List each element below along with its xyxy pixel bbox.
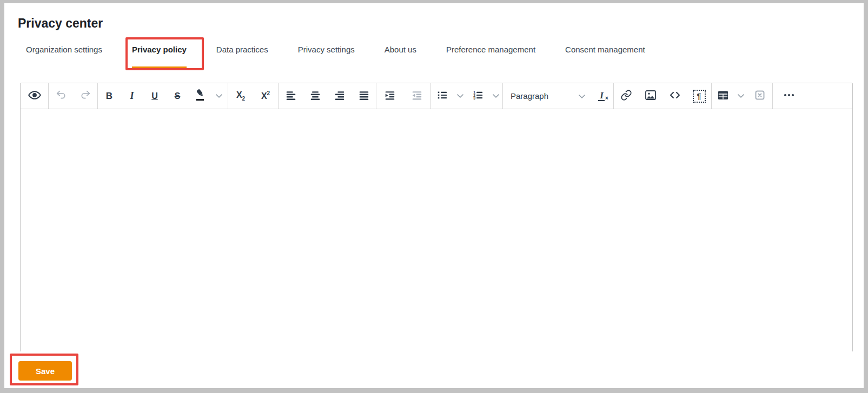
subscript-icon: X2 bbox=[236, 90, 245, 102]
remove-cell-icon bbox=[753, 89, 766, 104]
indent-button[interactable] bbox=[376, 83, 403, 109]
redo-button[interactable] bbox=[73, 83, 97, 109]
tab-data-practices[interactable]: Data practices bbox=[216, 44, 268, 68]
align-left-button[interactable] bbox=[279, 83, 303, 109]
svg-text:3: 3 bbox=[473, 96, 475, 100]
insert-image-button[interactable] bbox=[638, 83, 662, 109]
ellipsis-icon bbox=[783, 89, 796, 104]
privacy-center-page: Privacy center Organization settings Pri… bbox=[4, 3, 864, 388]
italic-icon: I bbox=[130, 90, 134, 102]
outdent-button[interactable] bbox=[403, 83, 430, 109]
justify-button[interactable] bbox=[352, 83, 376, 109]
editor-toolbar: B I U S X2 X2 bbox=[21, 83, 852, 109]
rich-text-editor: B I U S X2 X2 bbox=[20, 83, 853, 352]
numbered-list-dropdown-chevron[interactable] bbox=[489, 83, 502, 109]
insert-table-button[interactable] bbox=[712, 83, 734, 109]
underline-icon: U bbox=[151, 91, 158, 101]
justify-icon bbox=[358, 89, 370, 103]
strikethrough-button[interactable]: S bbox=[166, 83, 189, 109]
tab-consent-management[interactable]: Consent management bbox=[565, 44, 645, 68]
align-left-icon bbox=[285, 89, 297, 103]
code-icon bbox=[668, 89, 681, 104]
remove-table-button[interactable] bbox=[747, 83, 772, 109]
paragraph-style-dropdown[interactable]: Paragraph bbox=[503, 83, 589, 109]
highlight-marker-icon bbox=[194, 89, 207, 104]
superscript-icon: X2 bbox=[261, 91, 270, 101]
html-embed-icon: ¶ bbox=[693, 90, 706, 103]
highlight-button[interactable] bbox=[189, 83, 213, 109]
align-right-icon bbox=[334, 89, 346, 103]
indent-icon bbox=[384, 89, 396, 103]
undo-icon bbox=[55, 89, 67, 103]
tab-privacy-policy[interactable]: Privacy policy bbox=[132, 44, 187, 68]
superscript-button[interactable]: X2 bbox=[253, 83, 278, 109]
link-button[interactable] bbox=[614, 83, 638, 109]
screenshot-frame: Privacy center Organization settings Pri… bbox=[0, 0, 868, 393]
bulleted-list-dropdown-chevron[interactable] bbox=[454, 83, 467, 109]
italic-button[interactable]: I bbox=[121, 83, 143, 109]
html-embed-button[interactable]: ¶ bbox=[687, 83, 711, 109]
image-icon bbox=[644, 89, 657, 104]
save-button[interactable]: Save bbox=[18, 361, 72, 381]
align-center-button[interactable] bbox=[303, 83, 327, 109]
bulleted-list-button[interactable] bbox=[431, 83, 454, 109]
chevron-down-icon bbox=[579, 91, 585, 101]
outdent-icon bbox=[411, 89, 423, 103]
tab-preference-management[interactable]: Preference management bbox=[446, 44, 535, 68]
tab-bar: Organization settings Privacy policy Dat… bbox=[26, 44, 645, 68]
table-dropdown-chevron[interactable] bbox=[734, 83, 747, 109]
eye-icon bbox=[28, 88, 42, 104]
bold-icon: B bbox=[106, 91, 112, 102]
underline-button[interactable]: U bbox=[143, 83, 166, 109]
strikethrough-icon: S bbox=[175, 91, 181, 101]
undo-button[interactable] bbox=[49, 83, 73, 109]
redo-icon bbox=[79, 89, 91, 103]
source-code-button[interactable] bbox=[662, 83, 687, 109]
bulleted-list-icon bbox=[436, 89, 448, 103]
editor-content-area[interactable] bbox=[21, 109, 852, 352]
table-icon bbox=[717, 89, 730, 104]
tab-organization-settings[interactable]: Organization settings bbox=[26, 44, 102, 68]
preview-button[interactable] bbox=[21, 83, 48, 109]
more-options-button[interactable] bbox=[773, 83, 805, 109]
tab-privacy-settings[interactable]: Privacy settings bbox=[298, 44, 355, 68]
remove-format-icon: I× bbox=[598, 91, 605, 101]
align-center-icon bbox=[309, 89, 321, 103]
tab-about-us[interactable]: About us bbox=[385, 44, 416, 68]
subscript-button[interactable]: X2 bbox=[228, 83, 253, 109]
highlight-dropdown-chevron[interactable] bbox=[213, 83, 226, 109]
align-right-button[interactable] bbox=[327, 83, 352, 109]
numbered-list-button[interactable]: 123 bbox=[467, 83, 489, 109]
remove-format-button[interactable]: I× bbox=[589, 83, 613, 109]
link-icon bbox=[620, 89, 632, 103]
paragraph-style-label: Paragraph bbox=[511, 91, 548, 101]
bold-button[interactable]: B bbox=[98, 83, 121, 109]
numbered-list-icon: 123 bbox=[472, 89, 484, 103]
page-title: Privacy center bbox=[18, 16, 103, 31]
